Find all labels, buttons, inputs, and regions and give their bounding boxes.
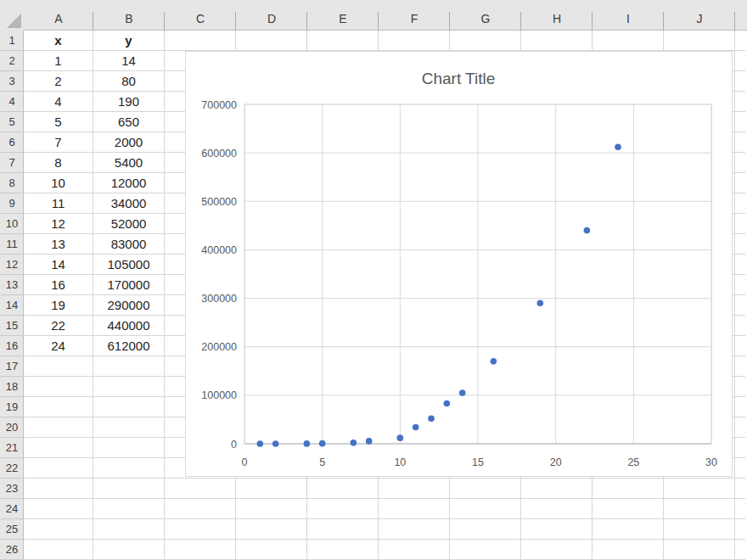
- cell-F23[interactable]: [379, 479, 450, 499]
- cell-B20[interactable]: [93, 417, 165, 438]
- cell-partial-9[interactable]: [735, 193, 745, 214]
- row-header-26[interactable]: 26: [0, 540, 24, 560]
- cell-G25[interactable]: [450, 519, 521, 540]
- row-header-5[interactable]: 5: [0, 112, 24, 132]
- cell-B13[interactable]: 170000: [93, 275, 165, 295]
- cell-partial-22[interactable]: [735, 458, 745, 479]
- cell-E25[interactable]: [307, 519, 379, 540]
- row-header-9[interactable]: 9: [0, 193, 24, 214]
- cell-B23[interactable]: [93, 479, 165, 499]
- cell-F26[interactable]: [379, 540, 450, 560]
- cell-B9[interactable]: 34000: [93, 193, 165, 214]
- cell-B15[interactable]: 440000: [93, 316, 165, 336]
- cell-A11[interactable]: 13: [24, 234, 93, 255]
- cell-I26[interactable]: [593, 540, 664, 560]
- data-point[interactable]: [459, 389, 466, 396]
- data-point[interactable]: [537, 300, 544, 306]
- cell-D26[interactable]: [236, 540, 307, 560]
- cell-B8[interactable]: 12000: [93, 173, 165, 193]
- cell-I25[interactable]: [593, 519, 664, 540]
- data-point[interactable]: [615, 143, 621, 150]
- column-header-F[interactable]: F: [379, 0, 450, 31]
- row-header-6[interactable]: 6: [0, 132, 24, 153]
- cell-I1[interactable]: [593, 31, 664, 51]
- cell-partial-23[interactable]: [735, 479, 745, 499]
- chart-title[interactable]: Chart Title: [422, 70, 496, 87]
- cell-H1[interactable]: [521, 31, 593, 51]
- cell-B7[interactable]: 5400: [93, 153, 165, 173]
- chart-object[interactable]: 0100000200000300000400000500000600000700…: [185, 51, 733, 477]
- cell-F25[interactable]: [379, 519, 450, 540]
- cell-partial-4[interactable]: [735, 92, 745, 112]
- row-header-1[interactable]: 1: [0, 31, 24, 51]
- column-header-C[interactable]: C: [165, 0, 236, 31]
- data-point[interactable]: [366, 438, 373, 445]
- data-point[interactable]: [272, 440, 279, 447]
- cell-G24[interactable]: [450, 499, 521, 519]
- cell-A23[interactable]: [24, 479, 93, 499]
- cell-H26[interactable]: [521, 540, 593, 560]
- cell-C24[interactable]: [165, 499, 236, 519]
- data-point[interactable]: [444, 400, 451, 407]
- cell-A21[interactable]: [24, 438, 93, 458]
- cell-partial-18[interactable]: [735, 377, 745, 397]
- cell-J23[interactable]: [664, 479, 735, 499]
- row-header-25[interactable]: 25: [0, 519, 24, 540]
- cell-A15[interactable]: 22: [24, 316, 93, 336]
- cell-B10[interactable]: 52000: [93, 214, 165, 234]
- row-header-3[interactable]: 3: [0, 71, 24, 92]
- cell-partial-5[interactable]: [735, 112, 745, 132]
- data-point[interactable]: [397, 434, 404, 441]
- cell-E23[interactable]: [307, 479, 379, 499]
- row-header-10[interactable]: 10: [0, 214, 24, 234]
- cell-J24[interactable]: [664, 499, 735, 519]
- column-header-A[interactable]: A: [24, 0, 93, 31]
- cell-B25[interactable]: [93, 519, 165, 540]
- cell-A14[interactable]: 19: [24, 295, 93, 316]
- cell-partial-21[interactable]: [735, 438, 745, 458]
- cell-J1[interactable]: [664, 31, 735, 51]
- row-header-12[interactable]: 12: [0, 255, 24, 275]
- data-point[interactable]: [304, 440, 311, 447]
- row-header-13[interactable]: 13: [0, 275, 24, 295]
- row-header-22[interactable]: 22: [0, 458, 24, 479]
- cell-partial-10[interactable]: [735, 214, 745, 234]
- cell-B4[interactable]: 190: [93, 92, 165, 112]
- cell-partial-24[interactable]: [735, 499, 745, 519]
- row-header-23[interactable]: 23: [0, 479, 24, 499]
- cell-A4[interactable]: 4: [24, 92, 93, 112]
- cell-partial-13[interactable]: [735, 275, 745, 295]
- row-header-15[interactable]: 15: [0, 316, 24, 336]
- cell-A12[interactable]: 14: [24, 255, 93, 275]
- cell-I23[interactable]: [593, 479, 664, 499]
- cell-A26[interactable]: [24, 540, 93, 560]
- column-header-D[interactable]: D: [236, 0, 307, 31]
- cell-A18[interactable]: [24, 377, 93, 397]
- cell-D23[interactable]: [236, 479, 307, 499]
- cell-B19[interactable]: [93, 397, 165, 417]
- select-all-corner[interactable]: [0, 0, 24, 31]
- row-header-7[interactable]: 7: [0, 153, 24, 173]
- cell-B17[interactable]: [93, 356, 165, 377]
- data-point[interactable]: [351, 440, 357, 446]
- cell-F24[interactable]: [379, 499, 450, 519]
- cell-E24[interactable]: [307, 499, 379, 519]
- column-header-I[interactable]: I: [593, 0, 664, 31]
- row-header-4[interactable]: 4: [0, 92, 24, 112]
- data-point[interactable]: [257, 440, 264, 447]
- cell-partial-16[interactable]: [735, 336, 745, 356]
- cell-H24[interactable]: [521, 499, 593, 519]
- cell-D25[interactable]: [236, 519, 307, 540]
- cell-B3[interactable]: 80: [93, 71, 165, 92]
- cell-A5[interactable]: 5: [24, 112, 93, 132]
- data-point[interactable]: [413, 424, 419, 431]
- cell-partial-14[interactable]: [735, 295, 745, 316]
- column-header-J[interactable]: J: [664, 0, 735, 31]
- cell-partial-2[interactable]: [735, 51, 745, 71]
- cell-B1[interactable]: y: [93, 31, 165, 51]
- cell-partial-11[interactable]: [735, 234, 745, 255]
- cell-A25[interactable]: [24, 519, 93, 540]
- cell-G23[interactable]: [450, 479, 521, 499]
- cell-A16[interactable]: 24: [24, 336, 93, 356]
- row-header-8[interactable]: 8: [0, 173, 24, 193]
